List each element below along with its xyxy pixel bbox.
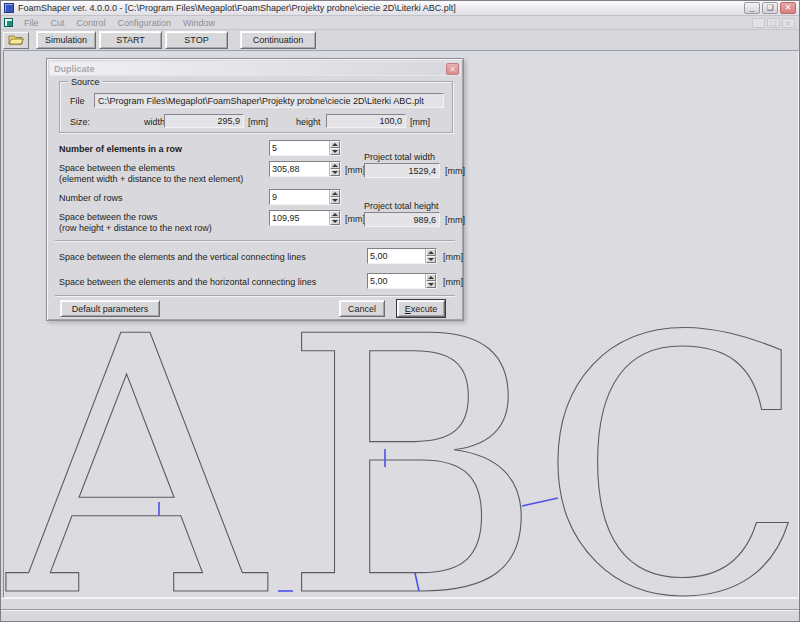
space-rows-sublabel: (row height + distance to the next row) — [59, 223, 212, 233]
height-label: height — [296, 117, 321, 127]
space-elements-input[interactable] — [270, 162, 329, 176]
maximize-button[interactable]: ❏ — [762, 2, 778, 14]
space-rows-unit: [mm] — [345, 214, 365, 224]
height-unit: [mm] — [410, 117, 430, 127]
horizontal-lines-input[interactable] — [368, 274, 425, 288]
cancel-button[interactable]: Cancel — [339, 300, 385, 317]
minimize-button[interactable]: _ — [744, 2, 760, 14]
menu-item-file[interactable]: File — [18, 18, 45, 28]
space-rows-label: Space between the rows — [59, 212, 158, 222]
menu-item-cut[interactable]: Cut — [45, 18, 71, 28]
horizontal-lines-unit: [mm] — [443, 277, 463, 287]
width-label: width — [144, 117, 165, 127]
mdi-restore-button[interactable]: ❏ — [767, 18, 780, 28]
menu-item-control[interactable]: Control — [71, 18, 112, 28]
total-height-label: Project total height — [364, 201, 439, 211]
window-title: FoamShaper ver. 4.0.0.0 - [C:\Program Fi… — [18, 3, 744, 13]
separator — [55, 240, 455, 242]
spin-down-button[interactable] — [426, 281, 436, 288]
spin-down-button[interactable] — [330, 148, 340, 155]
total-width-unit: [mm] — [445, 166, 465, 176]
source-groupbox: Source File C:\Program Files\Megaplot\Fo… — [59, 81, 453, 133]
open-file-button[interactable] — [3, 32, 29, 49]
lower-panel — [1, 598, 799, 610]
spin-down-button[interactable] — [330, 218, 340, 225]
horizontal-lines-spinner — [367, 273, 437, 289]
default-parameters-button[interactable]: Default parameters — [60, 300, 160, 317]
spin-up-button[interactable] — [426, 249, 436, 256]
separator — [55, 295, 455, 297]
elements-in-row-label: Number of elements in a row — [59, 144, 182, 154]
spin-down-button[interactable] — [426, 256, 436, 263]
spin-up-button[interactable] — [330, 211, 340, 218]
start-button[interactable]: START — [99, 31, 162, 49]
space-elements-sublabel: (element width + distance to the next el… — [59, 174, 243, 184]
spin-down-button[interactable] — [330, 169, 340, 176]
total-width-field: 1529,4 — [364, 163, 440, 178]
toolbar: Simulation START STOP Continuation — [1, 30, 799, 50]
menu-item-configuration[interactable]: Configuration — [112, 18, 178, 28]
preview-letter-c: C — [538, 261, 798, 597]
total-height-unit: [mm] — [445, 215, 465, 225]
total-width-label: Project total width — [364, 152, 435, 162]
source-group-label: Source — [68, 77, 103, 87]
spin-up-button[interactable] — [330, 162, 340, 169]
close-button[interactable]: ✕ — [780, 2, 796, 14]
source-width-field: 295,9 — [164, 114, 244, 128]
rows-label: Number of rows — [59, 193, 123, 203]
status-bar — [1, 610, 799, 622]
source-height-field: 100,0 — [326, 114, 406, 128]
app-window: FoamShaper ver. 4.0.0.0 - [C:\Program Fi… — [0, 0, 800, 622]
space-rows-spinner — [269, 210, 341, 226]
vertical-lines-label: Space between the elements and the verti… — [59, 252, 306, 262]
execute-button-label: Execute — [405, 304, 438, 314]
elements-in-row-spinner — [269, 140, 341, 156]
spin-up-button[interactable] — [426, 274, 436, 281]
space-elements-label: Space between the elements — [59, 163, 175, 173]
vertical-lines-input[interactable] — [368, 249, 425, 263]
space-rows-input[interactable] — [270, 211, 329, 225]
rows-spinner — [269, 189, 341, 205]
dialog-titlebar: Duplicate ✕ — [49, 61, 461, 76]
simulation-button[interactable]: Simulation — [36, 31, 96, 49]
menu-item-window[interactable]: Window — [177, 18, 221, 28]
menu-bar: File Cut Control Configuration Window _ … — [1, 16, 799, 30]
width-unit: [mm] — [248, 117, 268, 127]
rows-input[interactable] — [270, 190, 329, 204]
stop-button[interactable]: STOP — [165, 31, 228, 49]
spin-up-button[interactable] — [330, 190, 340, 197]
duplicate-dialog: Duplicate ✕ Source File C:\Program Files… — [46, 58, 464, 321]
spin-down-button[interactable] — [330, 197, 340, 204]
vertical-lines-unit: [mm] — [443, 252, 463, 262]
execute-button[interactable]: Execute — [397, 300, 445, 317]
app-icon — [4, 3, 14, 13]
mdi-child-icon — [4, 18, 13, 27]
mdi-close-button[interactable]: ✕ — [782, 18, 795, 28]
dialog-title: Duplicate — [54, 64, 446, 74]
dialog-close-button[interactable]: ✕ — [446, 63, 459, 75]
mdi-minimize-button[interactable]: _ — [752, 18, 765, 28]
size-label: Size: — [70, 117, 90, 127]
total-height-field: 989,6 — [364, 212, 440, 227]
file-path-field: C:\Program Files\Megaplot\FoamShaper\Pro… — [94, 93, 444, 108]
folder-open-icon — [8, 34, 24, 46]
space-elements-unit: [mm] — [345, 165, 365, 175]
window-titlebar: FoamShaper ver. 4.0.0.0 - [C:\Program Fi… — [1, 1, 799, 16]
continuation-button[interactable]: Continuation — [240, 31, 316, 49]
spin-up-button[interactable] — [330, 141, 340, 148]
vertical-lines-spinner — [367, 248, 437, 264]
horizontal-lines-label: Space between the elements and the horiz… — [59, 277, 316, 287]
space-elements-spinner — [269, 161, 341, 177]
elements-in-row-input[interactable] — [270, 141, 329, 155]
file-label: File — [70, 96, 85, 106]
